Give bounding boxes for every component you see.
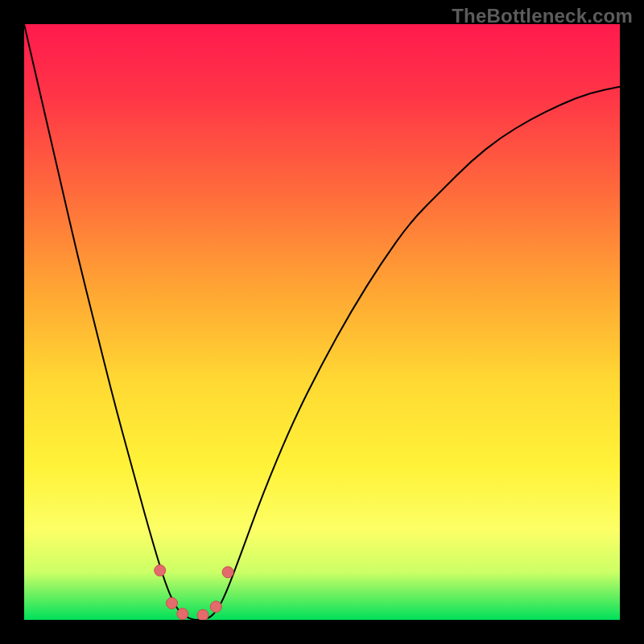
data-marker [177, 609, 188, 620]
data-marker [210, 601, 221, 613]
bottleneck-chart [24, 24, 620, 620]
gradient-background [24, 24, 620, 620]
plot-area [24, 24, 620, 620]
data-marker [155, 565, 166, 576]
data-marker [222, 567, 233, 578]
watermark-text: TheBottleneck.com [452, 5, 633, 27]
chart-frame: TheBottleneck.com [0, 0, 644, 644]
data-marker [167, 597, 178, 609]
data-marker [197, 609, 208, 620]
